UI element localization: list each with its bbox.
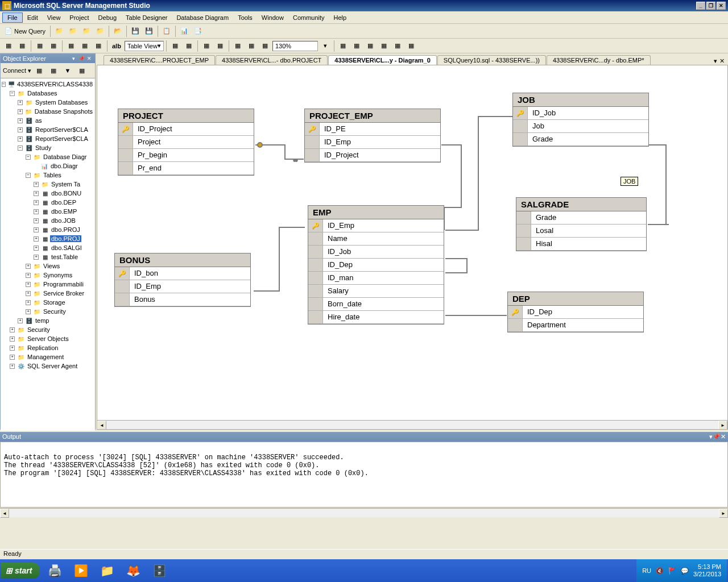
- tree-table[interactable]: +▦dbo.EMP: [2, 207, 94, 216]
- tree-node[interactable]: +📁Database Snapshots: [2, 107, 94, 116]
- tray-icon[interactable]: 🔇: [656, 567, 664, 575]
- menu-table-designer[interactable]: Table Designer: [121, 13, 172, 22]
- tree-node[interactable]: +🗄️ReportServer$CLA: [2, 134, 94, 143]
- tool-icon[interactable]: 📑: [192, 25, 204, 38]
- table-emp[interactable]: EMP 🔑ID_Emp Name ID_Job ID_Dep ID_man Sa…: [308, 205, 444, 325]
- menu-tools[interactable]: Tools: [233, 13, 257, 22]
- new-query-button[interactable]: 📄 New Query: [2, 26, 48, 36]
- tool-icon[interactable]: ▦: [34, 40, 46, 52]
- zoom-dropdown-icon[interactable]: ▾: [319, 40, 332, 52]
- tree-study[interactable]: −🗄️Study: [2, 143, 94, 152]
- tray-icon[interactable]: 🚩: [668, 567, 676, 575]
- col[interactable]: ID_PE: [320, 123, 440, 135]
- col[interactable]: ID_Emp: [130, 280, 250, 293]
- dropdown-icon[interactable]: ▾: [70, 55, 77, 62]
- tree-node[interactable]: +📁Storage: [2, 298, 94, 307]
- col[interactable]: ID_Project: [133, 123, 254, 135]
- tool-icon[interactable]: ▦: [16, 40, 28, 52]
- tool-icon[interactable]: ▦: [65, 40, 77, 52]
- start-button[interactable]: ⊞ start: [1, 563, 40, 579]
- tree-node[interactable]: +📁Security: [2, 325, 94, 334]
- col[interactable]: Department: [523, 319, 643, 331]
- tree-diagrams[interactable]: −📁Database Diagr: [2, 152, 94, 161]
- col[interactable]: ID_Dep: [323, 259, 444, 271]
- tree-table[interactable]: +▦dbo.SALGI: [2, 243, 94, 252]
- tray-icon[interactable]: 💬: [681, 567, 689, 575]
- tree-node[interactable]: +🗄️ReportServer$CLA: [2, 125, 94, 134]
- tab[interactable]: SQLQuery10.sql - 4338SERVE...)): [437, 55, 546, 65]
- tool-icon[interactable]: 📋: [160, 25, 173, 38]
- tree-node[interactable]: +📁System Databases: [2, 98, 94, 107]
- tree-databases[interactable]: −📁Databases: [2, 89, 94, 98]
- save-all-icon[interactable]: 💾: [143, 25, 155, 38]
- menu-help[interactable]: Help: [329, 13, 351, 22]
- system-tray[interactable]: RU 🔇 🚩 💬 5:13 PM 3/21/2013: [636, 559, 727, 582]
- tool-icon[interactable]: 📊: [178, 25, 191, 38]
- tree-table[interactable]: +▦dbo.BONU: [2, 189, 94, 198]
- table-bonus[interactable]: BONUS 🔑ID_bon ID_Emp Bonus: [114, 253, 251, 307]
- menu-project[interactable]: Project: [65, 13, 93, 22]
- tab-active[interactable]: 4338SERVER\CL...y - Diagram_0: [328, 55, 437, 65]
- taskbar-explorer-icon[interactable]: 📁: [96, 562, 118, 580]
- tool-icon[interactable]: ▦: [47, 64, 60, 77]
- menu-edit[interactable]: Edit: [23, 13, 43, 22]
- col[interactable]: ID_Emp: [323, 219, 444, 232]
- clock[interactable]: 5:13 PM 3/21/2013: [693, 563, 721, 578]
- col[interactable]: Born_date: [323, 298, 444, 310]
- tool-icon[interactable]: ▦: [405, 40, 417, 52]
- col[interactable]: Name: [323, 232, 444, 245]
- col[interactable]: Salary: [323, 285, 444, 297]
- tree-node[interactable]: +📁Views: [2, 261, 94, 271]
- col[interactable]: ID_bon: [130, 267, 250, 280]
- tree-node[interactable]: +📁Server Objects: [2, 334, 94, 343]
- table-dep[interactable]: DEP 🔑ID_Dep Department: [507, 292, 644, 332]
- tool-icon[interactable]: ▦: [92, 40, 105, 52]
- table-view-combo[interactable]: Table View ▾: [125, 41, 164, 51]
- col[interactable]: Grade: [531, 211, 646, 224]
- zoom-combo[interactable]: 130%: [272, 41, 318, 51]
- tab-close-icon[interactable]: ✕: [719, 57, 725, 65]
- tool-icon[interactable]: 📁: [67, 25, 79, 38]
- tree-node[interactable]: +🗄️temp: [2, 316, 94, 325]
- col[interactable]: Job: [528, 120, 648, 132]
- tree-node[interactable]: +📁Security: [2, 307, 94, 316]
- col[interactable]: ID_man: [323, 272, 444, 284]
- col[interactable]: ID_Emp: [320, 136, 440, 148]
- menu-community[interactable]: Community: [288, 13, 329, 22]
- horizontal-scrollbar[interactable]: ◄ ►: [97, 420, 727, 429]
- tool-icon[interactable]: 📁: [94, 25, 106, 38]
- maximize-button[interactable]: ❐: [706, 2, 715, 10]
- tree-table[interactable]: +▦test.Table: [2, 252, 94, 261]
- tree-table[interactable]: +▦dbo.JOB: [2, 216, 94, 225]
- table-salgrade[interactable]: SALGRADE Grade Losal Hisal: [516, 197, 647, 251]
- tree-node[interactable]: +📁System Ta: [2, 180, 94, 189]
- close-button[interactable]: ✕: [717, 2, 726, 10]
- tab[interactable]: 4338SERVER\C....PROJECT_EMP: [104, 55, 215, 65]
- tool-icon[interactable]: ▦: [33, 64, 46, 77]
- col[interactable]: ID_Job: [528, 107, 648, 119]
- col[interactable]: Grade: [528, 133, 648, 146]
- tree-node[interactable]: +📁Management: [2, 352, 94, 361]
- tree-table[interactable]: +▦dbo.PROJ: [2, 225, 94, 234]
- tree-node[interactable]: +📁Programmabili: [2, 280, 94, 289]
- col[interactable]: Losal: [531, 225, 646, 237]
- tool-icon[interactable]: ▦: [364, 40, 377, 52]
- tool-icon[interactable]: ▦: [183, 40, 195, 52]
- col[interactable]: Pr_begin: [133, 149, 254, 161]
- tool-icon[interactable]: 📁: [53, 25, 65, 38]
- tool-icon[interactable]: ▦: [337, 40, 349, 52]
- tool-icon[interactable]: ▦: [78, 40, 91, 52]
- tool-icon[interactable]: ▦: [200, 40, 213, 52]
- tab-dropdown-icon[interactable]: ▾: [714, 57, 717, 65]
- tool-icon[interactable]: ▦: [214, 40, 226, 52]
- tab[interactable]: 4338SERVER\CL...- dbo.PROJECT: [216, 55, 328, 65]
- table-job[interactable]: JOB 🔑ID_Job Job Grade: [512, 93, 649, 147]
- tree-node[interactable]: +📁Replication: [2, 343, 94, 352]
- tree-table[interactable]: +▦dbo.DEP: [2, 198, 94, 207]
- menu-file[interactable]: File: [2, 13, 23, 23]
- diagram-canvas[interactable]: ∞ PROJECT 🔑ID_Project Project: [97, 65, 727, 429]
- scroll-right-icon[interactable]: ►: [718, 421, 727, 430]
- language-indicator[interactable]: RU: [642, 567, 651, 574]
- filter-icon[interactable]: ▼: [61, 64, 74, 77]
- tool-icon[interactable]: ▦: [2, 40, 15, 52]
